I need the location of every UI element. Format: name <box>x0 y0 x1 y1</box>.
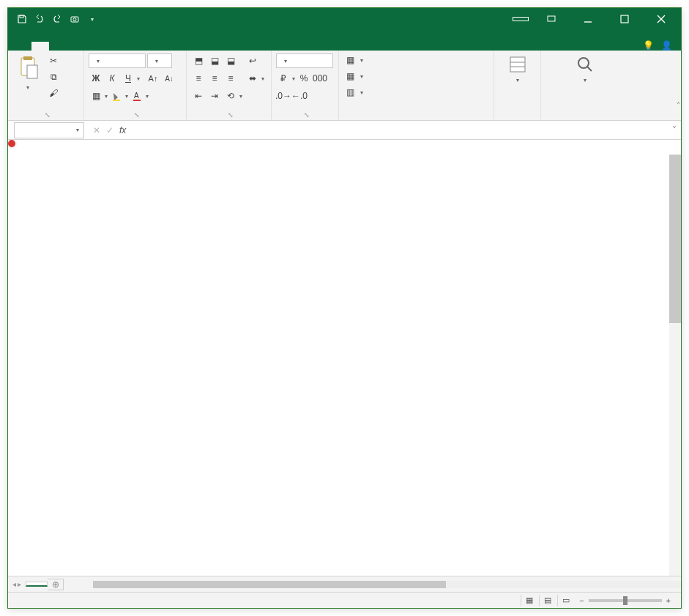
format-painter-icon[interactable]: 🖌 <box>46 86 61 100</box>
zoom-slider[interactable] <box>589 599 662 602</box>
camera-icon[interactable] <box>68 12 81 26</box>
status-bar: ▦ ▤ ▭ − + <box>8 592 681 608</box>
cells-button[interactable]: ▾ <box>504 53 532 85</box>
font-color-button[interactable]: A <box>130 89 144 103</box>
title-bar: ▾ <box>8 8 681 30</box>
grow-font-icon[interactable]: A↑ <box>146 71 160 86</box>
svg-point-15 <box>578 58 589 68</box>
percent-icon[interactable]: % <box>297 71 311 86</box>
tab-help[interactable] <box>154 42 172 51</box>
wrap-text-icon[interactable]: ↩ <box>245 53 260 68</box>
tab-review[interactable] <box>119 42 137 51</box>
maximize-button[interactable] <box>608 9 641 29</box>
minimize-button[interactable] <box>571 9 605 29</box>
bold-button[interactable]: Ж <box>89 71 103 86</box>
tell-me-button[interactable]: 💡 <box>643 40 654 51</box>
save-icon[interactable] <box>15 12 29 26</box>
sheet-nav-prev-icon[interactable]: ◂ <box>12 580 16 588</box>
tab-view[interactable] <box>137 42 154 51</box>
zoom-out-button[interactable]: − <box>579 596 584 605</box>
tab-formulas[interactable] <box>84 42 102 51</box>
sheet-tabs: ◂ ▸ ⊕ <box>8 576 681 592</box>
svg-line-16 <box>587 67 592 71</box>
add-sheet-button[interactable]: ⊕ <box>48 579 64 590</box>
thousands-icon[interactable]: 000 <box>313 71 327 86</box>
svg-rect-5 <box>621 15 628 23</box>
sheet-nav-next-icon[interactable]: ▸ <box>18 580 21 588</box>
tab-home[interactable] <box>31 42 49 51</box>
vertical-scrollbar[interactable] <box>669 155 681 576</box>
decrease-decimal-icon[interactable]: ←.0 <box>292 89 307 103</box>
svg-rect-12 <box>510 57 525 72</box>
tab-insert[interactable] <box>49 42 67 51</box>
ribbon-display-icon[interactable] <box>535 9 568 29</box>
indent-inc-icon[interactable]: ⇥ <box>207 89 222 103</box>
merge-button[interactable]: ⬌ <box>245 71 260 86</box>
undo-icon[interactable] <box>33 12 46 26</box>
number-format-combo[interactable]: ▾ <box>276 53 333 68</box>
cell-styles-button[interactable]: ▥ ▾ <box>343 86 366 99</box>
redo-icon[interactable] <box>51 12 64 26</box>
number-dialog-icon[interactable]: ⤡ <box>304 111 310 119</box>
fx-icon[interactable]: fx <box>119 125 126 136</box>
svg-rect-9 <box>113 100 120 101</box>
tab-pagelayout[interactable] <box>67 42 84 51</box>
align-center-icon[interactable]: ≡ <box>207 71 222 86</box>
fill-color-button[interactable] <box>109 89 124 103</box>
view-pagebreak-icon[interactable]: ▭ <box>557 595 573 606</box>
conditional-formatting-button[interactable]: ▦ ▾ <box>343 53 366 67</box>
svg-rect-7 <box>23 56 32 60</box>
qat-dropdown-icon[interactable]: ▾ <box>86 12 99 26</box>
cell-styles-icon: ▥ <box>346 87 354 97</box>
view-normal-icon[interactable]: ▦ <box>521 595 537 606</box>
editing-button[interactable]: ▾ <box>571 53 599 85</box>
orientation-icon[interactable]: ⟲ <box>223 89 238 103</box>
enter-formula-icon[interactable]: ✓ <box>106 125 113 136</box>
highlight-annotation <box>8 140 15 147</box>
tab-file[interactable] <box>14 42 31 51</box>
formula-bar: ▾ ✕ ✓ fx ˅ <box>8 121 681 140</box>
align-top-icon[interactable]: ⬒ <box>191 53 206 68</box>
spreadsheet-grid[interactable] <box>8 140 681 576</box>
tab-data[interactable] <box>102 42 119 51</box>
svg-text:A: A <box>134 92 139 100</box>
close-button[interactable] <box>644 9 678 29</box>
share-button[interactable]: 👤 <box>661 40 672 51</box>
svg-rect-8 <box>27 65 37 78</box>
horizontal-scrollbar[interactable] <box>93 579 681 590</box>
align-bottom-icon[interactable]: ⬓ <box>223 53 238 68</box>
copy-icon[interactable]: ⧉ <box>46 70 61 84</box>
increase-decimal-icon[interactable]: .0→ <box>276 89 291 103</box>
border-button[interactable]: ▦ <box>89 89 103 103</box>
font-dialog-icon[interactable]: ⤡ <box>134 111 140 119</box>
svg-rect-3 <box>548 16 555 21</box>
cond-format-icon: ▦ <box>346 55 354 65</box>
table-icon: ▦ <box>346 71 354 81</box>
svg-point-2 <box>73 18 76 21</box>
login-button[interactable] <box>513 17 529 21</box>
sheet-tab-1[interactable] <box>26 582 48 587</box>
expand-formula-icon[interactable]: ˅ <box>668 125 681 136</box>
underline-button[interactable]: Ч <box>121 71 135 86</box>
font-name-combo[interactable]: ▾ <box>89 53 146 68</box>
align-dialog-icon[interactable]: ⤡ <box>228 111 234 119</box>
italic-button[interactable]: К <box>105 71 119 86</box>
zoom-in-button[interactable]: + <box>666 596 671 605</box>
font-size-combo[interactable]: ▾ <box>147 53 172 68</box>
name-box[interactable]: ▾ <box>14 122 84 138</box>
ribbon: ▾ ✂ ⧉ 🖌 ⤡ ▾ ▾ Ж К Ч▾ <box>8 51 681 121</box>
paste-button[interactable]: ▾ <box>12 53 43 92</box>
ribbon-tabs: 💡 👤 <box>8 30 681 51</box>
align-right-icon[interactable]: ≡ <box>223 71 238 86</box>
view-pagelayout-icon[interactable]: ▤ <box>539 595 555 606</box>
cancel-formula-icon[interactable]: ✕ <box>93 125 100 136</box>
currency-icon[interactable]: ₽ <box>276 71 291 86</box>
align-left-icon[interactable]: ≡ <box>191 71 206 86</box>
cut-icon[interactable]: ✂ <box>46 53 61 68</box>
indent-dec-icon[interactable]: ⇤ <box>191 89 206 103</box>
collapse-ribbon-icon[interactable]: ˄ <box>677 101 680 109</box>
align-middle-icon[interactable]: ⬓ <box>207 53 222 68</box>
clipboard-dialog-icon[interactable]: ⤡ <box>45 111 51 119</box>
format-as-table-button[interactable]: ▦ ▾ <box>343 70 366 83</box>
shrink-font-icon[interactable]: A↓ <box>162 71 176 86</box>
